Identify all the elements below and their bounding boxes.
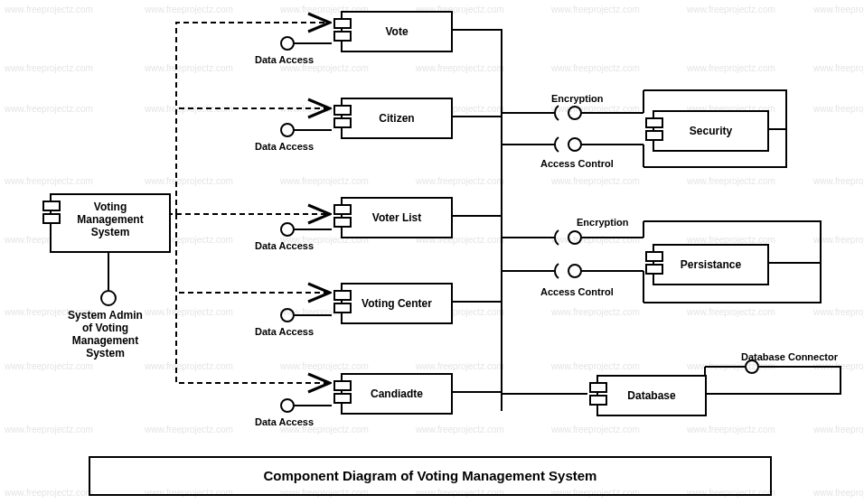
component-port-icon [333, 117, 352, 128]
data-access-label: Data Access [255, 54, 314, 65]
component-voting-management-system: Voting Management System [50, 193, 171, 253]
component-port-icon [42, 213, 61, 224]
data-access-label: Data Access [255, 141, 314, 152]
component-port-icon [333, 217, 352, 228]
component-port-icon [333, 380, 352, 391]
access-control-label: Access Control [540, 286, 614, 297]
svg-point-11 [281, 399, 294, 412]
component-voter-list: Voter List [341, 197, 453, 238]
svg-point-25 [568, 231, 581, 244]
component-port-icon [333, 31, 352, 42]
component-label: Persistance [681, 258, 741, 271]
svg-point-3 [281, 37, 294, 50]
encryption-label: Encryption [551, 93, 603, 104]
svg-point-7 [281, 223, 294, 236]
component-port-icon [333, 204, 352, 215]
component-label: Citizen [379, 112, 414, 125]
data-access-label: Data Access [255, 240, 314, 251]
component-voting-center: Voting Center [341, 283, 453, 324]
data-access-label: Data Access [255, 416, 314, 427]
component-security: Security [653, 110, 769, 152]
svg-point-33 [746, 360, 758, 373]
component-label: Candiadte [371, 387, 423, 400]
component-label: Vote [385, 25, 408, 38]
svg-point-9 [281, 309, 294, 322]
component-label: Voter List [372, 211, 421, 224]
component-port-icon [645, 264, 663, 275]
encryption-label: Encryption [577, 217, 628, 228]
svg-point-1 [101, 291, 116, 305]
data-access-label: Data Access [255, 326, 314, 337]
component-port-icon [333, 393, 352, 404]
component-label: Voting Center [362, 297, 432, 310]
component-port-icon [589, 395, 607, 406]
svg-point-28 [568, 265, 581, 277]
component-port-icon [333, 105, 352, 116]
component-port-icon [333, 18, 352, 29]
diagram-title: Component Diagram of Voting Management S… [264, 468, 597, 483]
component-candidate: Candiadte [341, 373, 453, 415]
svg-point-5 [281, 124, 294, 136]
component-port-icon [645, 251, 663, 262]
component-port-icon [589, 382, 607, 393]
component-port-icon [645, 130, 663, 141]
component-label: Security [690, 125, 732, 137]
svg-point-17 [568, 107, 581, 119]
component-label: Voting Management System [52, 201, 169, 238]
component-database: Database [596, 375, 707, 416]
component-port-icon [333, 303, 352, 313]
component-vote: Vote [341, 11, 453, 52]
component-label: Database [627, 389, 675, 402]
admin-label: System Admin of Voting Management System [35, 309, 175, 359]
component-port-icon [42, 201, 61, 211]
component-citizen: Citizen [341, 98, 453, 139]
component-persistance: Persistance [653, 244, 769, 285]
access-control-label: Access Control [540, 158, 614, 169]
diagram-title-box: Component Diagram of Voting Management S… [89, 456, 772, 496]
component-port-icon [645, 117, 663, 128]
svg-point-20 [568, 138, 581, 151]
database-connector-label: Database Connector [741, 351, 838, 362]
component-port-icon [333, 290, 352, 301]
